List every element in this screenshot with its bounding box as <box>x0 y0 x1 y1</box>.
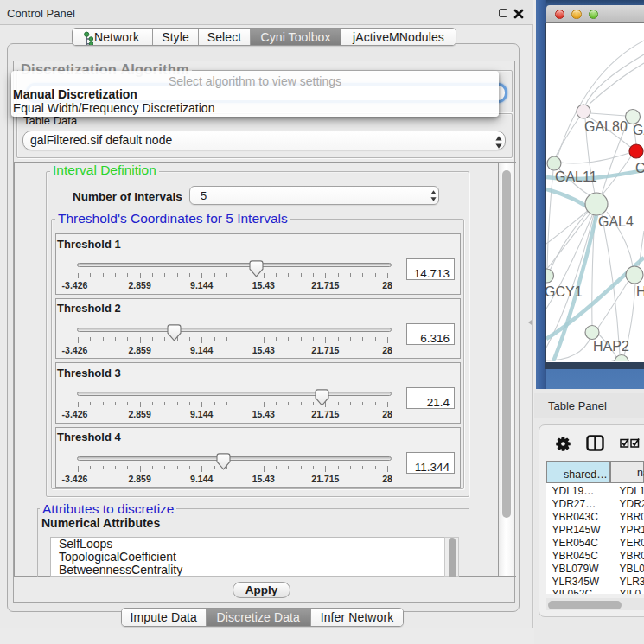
svg-text:HAP2: HAP2 <box>593 339 629 354</box>
svg-text:CY: CY <box>635 161 644 175</box>
svg-text:GA: GA <box>633 123 644 137</box>
svg-text:GAL80: GAL80 <box>584 119 628 134</box>
svg-text:GAL4: GAL4 <box>598 214 634 229</box>
svg-text:GAL11: GAL11 <box>555 169 597 184</box>
svg-text:GCY1: GCY1 <box>546 284 583 299</box>
svg-text:HI: HI <box>636 284 644 299</box>
